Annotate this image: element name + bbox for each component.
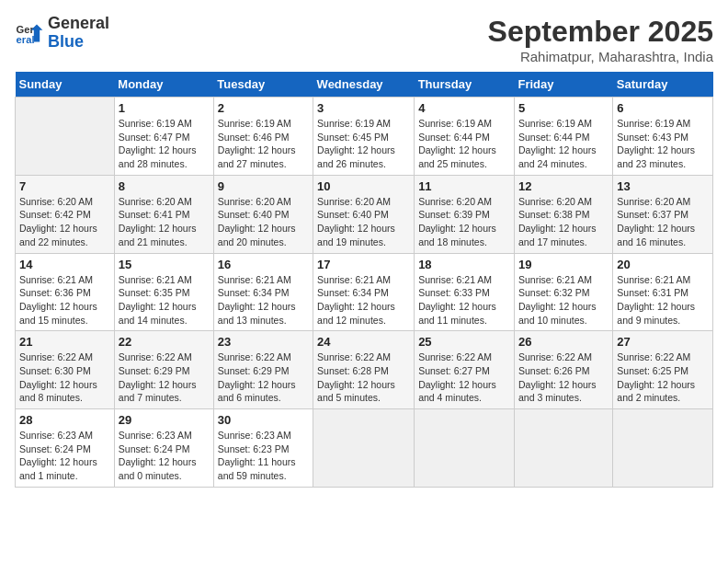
day-info: Sunrise: 6:22 AM Sunset: 6:25 PM Dayligh… <box>617 350 709 405</box>
calendar-cell: 7Sunrise: 6:20 AM Sunset: 6:42 PM Daylig… <box>16 175 115 253</box>
day-number: 30 <box>218 413 309 427</box>
day-header-wednesday: Wednesday <box>313 72 415 98</box>
day-info: Sunrise: 6:19 AM Sunset: 6:43 PM Dayligh… <box>617 117 709 171</box>
day-info: Sunrise: 6:20 AM Sunset: 6:40 PM Dayligh… <box>317 195 410 249</box>
day-number: 7 <box>19 179 110 193</box>
day-info: Sunrise: 6:20 AM Sunset: 6:39 PM Dayligh… <box>418 195 510 249</box>
day-info: Sunrise: 6:23 AM Sunset: 6:23 PM Dayligh… <box>218 429 309 483</box>
day-info: Sunrise: 6:19 AM Sunset: 6:44 PM Dayligh… <box>418 117 510 171</box>
day-number: 27 <box>617 335 709 349</box>
calendar-cell: 5Sunrise: 6:19 AM Sunset: 6:44 PM Daylig… <box>514 98 612 176</box>
day-info: Sunrise: 6:21 AM Sunset: 6:32 PM Dayligh… <box>518 273 609 327</box>
calendar-cell: 16Sunrise: 6:21 AM Sunset: 6:34 PM Dayli… <box>213 253 313 331</box>
day-number: 5 <box>518 101 609 115</box>
day-info: Sunrise: 6:23 AM Sunset: 6:24 PM Dayligh… <box>19 429 110 483</box>
title-block: September 2025 Rahimatpur, Maharashtra, … <box>488 15 713 64</box>
calendar-cell: 19Sunrise: 6:21 AM Sunset: 6:32 PM Dayli… <box>514 253 612 331</box>
day-number: 11 <box>418 179 510 193</box>
calendar-cell: 23Sunrise: 6:22 AM Sunset: 6:29 PM Dayli… <box>213 331 313 409</box>
day-number: 4 <box>418 101 510 115</box>
day-number: 22 <box>119 335 210 349</box>
calendar-cell: 8Sunrise: 6:20 AM Sunset: 6:41 PM Daylig… <box>114 175 213 253</box>
week-row: 21Sunrise: 6:22 AM Sunset: 6:30 PM Dayli… <box>16 331 713 409</box>
day-info: Sunrise: 6:19 AM Sunset: 6:44 PM Dayligh… <box>518 117 609 171</box>
week-row: 1Sunrise: 6:19 AM Sunset: 6:47 PM Daylig… <box>16 98 713 176</box>
calendar-cell: 30Sunrise: 6:23 AM Sunset: 6:23 PM Dayli… <box>213 409 313 488</box>
calendar-cell: 11Sunrise: 6:20 AM Sunset: 6:39 PM Dayli… <box>415 175 515 253</box>
day-header-tuesday: Tuesday <box>213 72 313 98</box>
calendar-cell: 14Sunrise: 6:21 AM Sunset: 6:36 PM Dayli… <box>16 253 115 331</box>
calendar-cell: 18Sunrise: 6:21 AM Sunset: 6:33 PM Dayli… <box>415 253 515 331</box>
day-number: 25 <box>418 335 510 349</box>
day-number: 23 <box>218 335 309 349</box>
day-number: 29 <box>119 413 210 427</box>
day-info: Sunrise: 6:20 AM Sunset: 6:38 PM Dayligh… <box>518 195 609 249</box>
day-number: 20 <box>617 258 709 271</box>
day-number: 6 <box>617 101 709 115</box>
calendar-cell: 2Sunrise: 6:19 AM Sunset: 6:46 PM Daylig… <box>213 98 313 176</box>
calendar-cell: 9Sunrise: 6:20 AM Sunset: 6:40 PM Daylig… <box>213 175 313 253</box>
day-number: 10 <box>317 179 410 193</box>
day-number: 8 <box>119 179 210 193</box>
day-number: 13 <box>617 179 709 193</box>
header-row: SundayMondayTuesdayWednesdayThursdayFrid… <box>16 72 713 98</box>
logo-text: General Blue <box>48 15 109 52</box>
calendar-table: SundayMondayTuesdayWednesdayThursdayFrid… <box>15 72 713 488</box>
day-info: Sunrise: 6:19 AM Sunset: 6:46 PM Dayligh… <box>218 117 309 171</box>
calendar-cell: 29Sunrise: 6:23 AM Sunset: 6:24 PM Dayli… <box>114 409 213 488</box>
day-number: 14 <box>19 258 110 271</box>
calendar-cell: 15Sunrise: 6:21 AM Sunset: 6:35 PM Dayli… <box>114 253 213 331</box>
calendar-cell: 24Sunrise: 6:22 AM Sunset: 6:28 PM Dayli… <box>313 331 415 409</box>
day-info: Sunrise: 6:22 AM Sunset: 6:29 PM Dayligh… <box>218 350 309 405</box>
calendar-cell: 27Sunrise: 6:22 AM Sunset: 6:25 PM Dayli… <box>613 331 713 409</box>
day-number: 18 <box>418 258 510 271</box>
day-info: Sunrise: 6:22 AM Sunset: 6:30 PM Dayligh… <box>19 350 110 405</box>
day-info: Sunrise: 6:21 AM Sunset: 6:33 PM Dayligh… <box>418 273 510 327</box>
logo-icon: Gen eral <box>15 18 44 48</box>
calendar-cell <box>415 409 515 488</box>
day-number: 28 <box>19 413 110 427</box>
day-number: 15 <box>119 258 210 271</box>
day-number: 26 <box>518 335 609 349</box>
day-info: Sunrise: 6:19 AM Sunset: 6:47 PM Dayligh… <box>119 117 210 171</box>
calendar-cell: 3Sunrise: 6:19 AM Sunset: 6:45 PM Daylig… <box>313 98 415 176</box>
calendar-cell: 28Sunrise: 6:23 AM Sunset: 6:24 PM Dayli… <box>16 409 115 488</box>
day-number: 1 <box>119 101 210 115</box>
day-number: 17 <box>317 258 410 271</box>
day-info: Sunrise: 6:20 AM Sunset: 6:40 PM Dayligh… <box>218 195 309 249</box>
day-number: 12 <box>518 179 609 193</box>
calendar-cell: 12Sunrise: 6:20 AM Sunset: 6:38 PM Dayli… <box>514 175 612 253</box>
day-number: 19 <box>518 258 609 271</box>
calendar-cell: 6Sunrise: 6:19 AM Sunset: 6:43 PM Daylig… <box>613 98 713 176</box>
day-info: Sunrise: 6:21 AM Sunset: 6:34 PM Dayligh… <box>317 273 410 327</box>
day-info: Sunrise: 6:19 AM Sunset: 6:45 PM Dayligh… <box>317 117 410 171</box>
day-info: Sunrise: 6:21 AM Sunset: 6:34 PM Dayligh… <box>218 273 309 327</box>
calendar-cell: 10Sunrise: 6:20 AM Sunset: 6:40 PM Dayli… <box>313 175 415 253</box>
day-header-saturday: Saturday <box>613 72 713 98</box>
day-number: 2 <box>218 101 309 115</box>
calendar-cell: 22Sunrise: 6:22 AM Sunset: 6:29 PM Dayli… <box>114 331 213 409</box>
day-header-sunday: Sunday <box>16 72 115 98</box>
calendar-cell: 26Sunrise: 6:22 AM Sunset: 6:26 PM Dayli… <box>514 331 612 409</box>
calendar-cell: 13Sunrise: 6:20 AM Sunset: 6:37 PM Dayli… <box>613 175 713 253</box>
day-number: 24 <box>317 335 410 349</box>
day-number: 3 <box>317 101 410 115</box>
calendar-cell <box>514 409 612 488</box>
day-number: 21 <box>19 335 110 349</box>
calendar-cell: 21Sunrise: 6:22 AM Sunset: 6:30 PM Dayli… <box>16 331 115 409</box>
svg-text:eral: eral <box>17 34 35 45</box>
day-info: Sunrise: 6:20 AM Sunset: 6:37 PM Dayligh… <box>617 195 709 249</box>
day-info: Sunrise: 6:22 AM Sunset: 6:26 PM Dayligh… <box>518 350 609 405</box>
day-info: Sunrise: 6:21 AM Sunset: 6:36 PM Dayligh… <box>19 273 110 327</box>
day-header-monday: Monday <box>114 72 213 98</box>
calendar-cell: 17Sunrise: 6:21 AM Sunset: 6:34 PM Dayli… <box>313 253 415 331</box>
day-info: Sunrise: 6:21 AM Sunset: 6:31 PM Dayligh… <box>617 273 709 327</box>
page-header: Gen eral General Blue September 2025 Rah… <box>15 15 713 64</box>
day-number: 9 <box>218 179 309 193</box>
day-info: Sunrise: 6:22 AM Sunset: 6:29 PM Dayligh… <box>119 350 210 405</box>
week-row: 28Sunrise: 6:23 AM Sunset: 6:24 PM Dayli… <box>16 409 713 488</box>
calendar-cell: 4Sunrise: 6:19 AM Sunset: 6:44 PM Daylig… <box>415 98 515 176</box>
calendar-cell <box>313 409 415 488</box>
month-title: September 2025 <box>488 15 713 49</box>
calendar-cell <box>16 98 115 176</box>
